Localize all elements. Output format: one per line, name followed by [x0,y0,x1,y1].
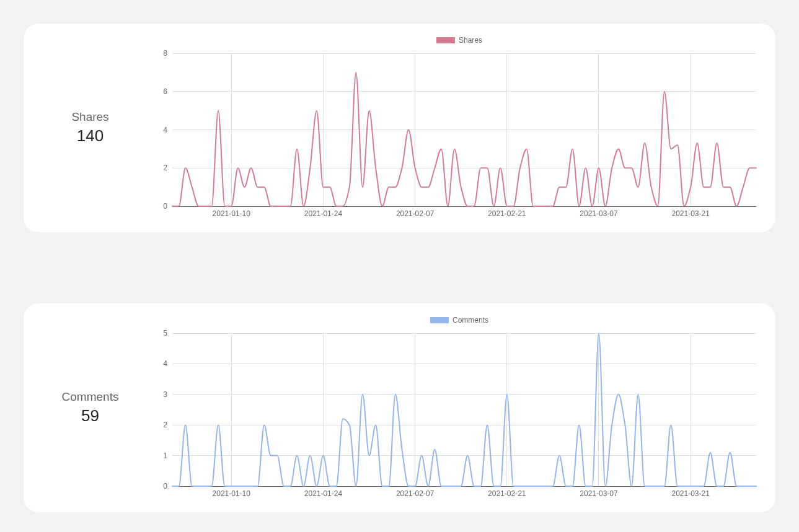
svg-text:2021-03-07: 2021-03-07 [580,209,618,218]
svg-text:6: 6 [163,87,167,96]
svg-text:2021-01-10: 2021-01-10 [213,209,251,218]
shares-chart[interactable]: 024682021-01-102021-01-242021-02-072021-… [159,50,760,220]
svg-text:2021-01-24: 2021-01-24 [304,209,343,218]
comments-legend: Comments [159,316,760,325]
shares-metric: Shares 140 [33,110,148,146]
svg-text:2021-02-21: 2021-02-21 [488,209,526,218]
svg-text:2021-02-21: 2021-02-21 [488,489,526,498]
svg-text:2021-01-10: 2021-01-10 [213,489,251,498]
svg-text:2: 2 [163,164,167,172]
svg-text:2021-03-07: 2021-03-07 [580,489,618,498]
svg-text:2021-03-21: 2021-03-21 [671,209,710,218]
svg-text:1: 1 [163,451,167,460]
svg-text:3: 3 [163,390,167,399]
svg-text:0: 0 [163,482,167,491]
comments-legend-swatch [430,317,449,323]
svg-text:2: 2 [163,421,167,429]
shares-legend-swatch [436,37,455,43]
comments-metric-name: Comments [62,390,119,404]
svg-text:0: 0 [163,202,167,211]
svg-text:5: 5 [163,329,167,338]
svg-text:4: 4 [163,126,167,134]
comments-metric: Comments 59 [33,390,148,425]
svg-text:2021-02-07: 2021-02-07 [396,209,435,218]
svg-text:2021-03-21: 2021-03-21 [671,489,710,498]
shares-card: Shares 140 Shares 024682021-01-102021-01… [24,24,775,232]
comments-card: Comments 59 Comments 0123452021-01-10202… [24,303,775,512]
comments-chart[interactable]: 0123452021-01-102021-01-242021-02-072021… [159,329,760,500]
shares-chart-area: Shares 024682021-01-102021-01-242021-02-… [159,36,760,220]
svg-text:8: 8 [163,50,167,58]
comments-metric-value: 59 [81,406,99,425]
svg-text:2021-01-24: 2021-01-24 [304,489,343,498]
comments-legend-label: Comments [452,316,488,325]
shares-legend: Shares [159,36,760,45]
shares-metric-name: Shares [71,110,108,124]
svg-text:4: 4 [163,359,167,368]
shares-legend-label: Shares [459,36,482,45]
svg-text:2021-02-07: 2021-02-07 [396,489,435,498]
comments-chart-area: Comments 0123452021-01-102021-01-242021-… [159,316,760,500]
shares-metric-value: 140 [77,126,104,146]
